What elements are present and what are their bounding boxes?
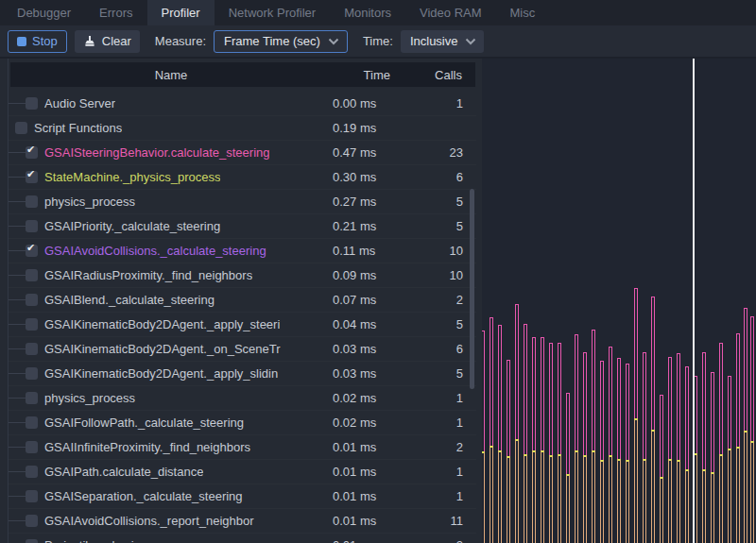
row-checkbox[interactable] xyxy=(26,515,38,527)
row-checkbox[interactable] xyxy=(26,220,38,232)
tree-vertical-scrollbar[interactable] xyxy=(470,189,474,389)
frame-spike-bar xyxy=(515,304,519,439)
row-checkbox[interactable] xyxy=(26,490,38,502)
function-name: Audio Server xyxy=(44,96,115,110)
frame-spike-bar xyxy=(566,393,570,474)
frame-baseline-bar xyxy=(498,450,502,543)
calls-value: 2 xyxy=(391,293,476,307)
function-name: GSAIInfiniteProximity._find_neighbors xyxy=(44,440,250,454)
frame-spike-bar xyxy=(750,316,754,441)
clear-button[interactable]: Clear xyxy=(75,30,140,53)
tree-connector-line xyxy=(9,348,26,349)
table-row[interactable]: GSAIInfiniteProximity._find_neighbors0.0… xyxy=(9,435,476,460)
tab-debugger[interactable]: Debugger xyxy=(3,0,85,25)
row-checkbox[interactable] xyxy=(26,195,38,208)
row-checkbox[interactable] xyxy=(15,122,27,134)
time-value: 0.01 ms xyxy=(333,514,391,528)
chevron-down-icon xyxy=(328,38,339,45)
frame-baseline-bar xyxy=(507,456,510,543)
column-header-name[interactable]: Name xyxy=(10,68,332,82)
row-checkbox[interactable] xyxy=(26,466,38,478)
table-row[interactable]: Audio Server0.00 ms1 xyxy=(9,92,476,116)
table-row[interactable]: GSAISeparation._calculate_steering0.01 m… xyxy=(9,484,476,509)
frame-baseline-bar xyxy=(702,469,706,543)
stop-button-label: Stop xyxy=(32,34,58,48)
function-name: physics_process xyxy=(44,195,135,209)
table-row[interactable]: GSAIKinematicBody2DAgent._apply_steeri0.… xyxy=(9,313,476,337)
table-row[interactable]: ✔StateMachine._physics_process0.30 ms6 xyxy=(9,165,476,190)
table-row[interactable]: GSAIPath.calculate_distance0.01 ms1 xyxy=(9,460,476,484)
frame-spike-bar xyxy=(634,288,638,418)
frame-spike-bar xyxy=(592,330,595,450)
calls-value: 5 xyxy=(391,219,476,233)
frame-spike-bar xyxy=(719,343,723,454)
table-row[interactable]: GSAIFollowPath._calculate_steering0.02 m… xyxy=(9,411,476,435)
column-header-calls[interactable]: Calls xyxy=(390,68,475,82)
tab-profiler[interactable]: Profiler xyxy=(147,0,215,25)
row-checkbox-checked[interactable]: ✔ xyxy=(26,245,38,257)
table-row[interactable]: GSAIBlend._calculate_steering0.07 ms2 xyxy=(9,288,476,313)
table-row[interactable]: physics_process0.02 ms1 xyxy=(9,386,476,411)
table-row[interactable]: physics_process0.27 ms5 xyxy=(9,190,476,214)
function-name: GSAIKinematicBody2DAgent._apply_steeri xyxy=(44,317,280,331)
tree-connector-line xyxy=(9,398,26,399)
calls-value: 1 xyxy=(391,416,476,430)
checkmark-icon: ✔ xyxy=(26,244,35,254)
row-checkbox[interactable] xyxy=(26,294,38,306)
frame-spike-bar xyxy=(558,343,561,454)
column-header-time[interactable]: Time xyxy=(332,68,390,82)
calls-value: 6 xyxy=(391,170,476,184)
time-value: 0.09 ms xyxy=(333,268,391,282)
time-dropdown[interactable]: Inclusive xyxy=(401,30,485,53)
stop-button[interactable]: Stop xyxy=(8,30,67,53)
time-value: 0.30 ms xyxy=(333,170,391,184)
measure-dropdown[interactable]: Frame Time (sec) xyxy=(214,30,348,53)
frame-baseline-bar xyxy=(490,446,493,543)
table-row[interactable]: ✔GSAISteeringBehavior.calculate_steering… xyxy=(9,141,476,165)
table-row[interactable]: Projectile._physics_process0.01 ms2 xyxy=(9,534,476,543)
time-value: 0.01 ms xyxy=(333,440,391,454)
row-checkbox[interactable] xyxy=(26,318,38,331)
current-frame-indicator-line[interactable] xyxy=(693,59,695,543)
calls-value: 2 xyxy=(391,440,476,454)
table-row[interactable]: GSAIKinematicBody2DAgent._on_SceneTr0.03… xyxy=(9,337,476,362)
tab-monitors[interactable]: Monitors xyxy=(330,0,405,25)
row-checkbox[interactable] xyxy=(26,367,38,380)
frame-baseline-bar xyxy=(549,455,553,543)
row-checkbox[interactable] xyxy=(26,441,38,453)
table-row[interactable]: GSAIRadiusProximity._find_neighbors0.09 … xyxy=(9,263,476,288)
row-checkbox[interactable] xyxy=(26,416,38,429)
tab-errors[interactable]: Errors xyxy=(85,0,146,25)
row-checkbox[interactable] xyxy=(26,539,38,543)
frame-spike-bar xyxy=(626,364,629,460)
tab-misc[interactable]: Misc xyxy=(496,0,550,25)
row-checkbox-checked[interactable]: ✔ xyxy=(26,171,38,183)
frame-baseline-bar xyxy=(728,449,731,543)
table-row[interactable]: GSAIPriority._calculate_steering0.21 ms5 xyxy=(9,214,476,239)
frame-time-graph[interactable] xyxy=(482,59,756,543)
row-checkbox-checked[interactable]: ✔ xyxy=(26,146,38,159)
table-row[interactable]: ✔GSAIAvoidCollisions._calculate_steering… xyxy=(9,239,476,263)
frame-spike-bar xyxy=(728,376,731,449)
frame-baseline-bar xyxy=(711,472,714,543)
frame-spike-bar xyxy=(685,366,689,469)
frame-spike-bar xyxy=(744,308,747,431)
tab-video-ram[interactable]: Video RAM xyxy=(405,0,496,25)
table-row[interactable]: GSAIAvoidCollisions._report_neighbor0.01… xyxy=(9,509,476,534)
table-row[interactable]: Script Functions0.19 ms xyxy=(9,116,476,141)
frame-baseline-bar xyxy=(677,460,680,543)
time-value: 0.02 ms xyxy=(333,391,391,405)
time-value: 0.02 ms xyxy=(333,416,391,430)
row-checkbox[interactable] xyxy=(26,392,38,404)
function-name: GSAISteeringBehavior.calculate_steering xyxy=(44,145,269,160)
frame-baseline-bar xyxy=(524,454,527,543)
row-checkbox[interactable] xyxy=(26,343,38,355)
time-value: 0.01 ms xyxy=(333,465,391,479)
table-row[interactable]: GSAIKinematicBody2DAgent._apply_slidin0.… xyxy=(9,362,476,386)
checkmark-icon: ✔ xyxy=(26,170,35,180)
row-checkbox[interactable] xyxy=(26,97,38,110)
frame-baseline-bar xyxy=(617,459,621,543)
time-value: 0.07 ms xyxy=(333,293,391,307)
row-checkbox[interactable] xyxy=(26,269,38,281)
tab-network-profiler[interactable]: Network Profiler xyxy=(215,0,330,25)
